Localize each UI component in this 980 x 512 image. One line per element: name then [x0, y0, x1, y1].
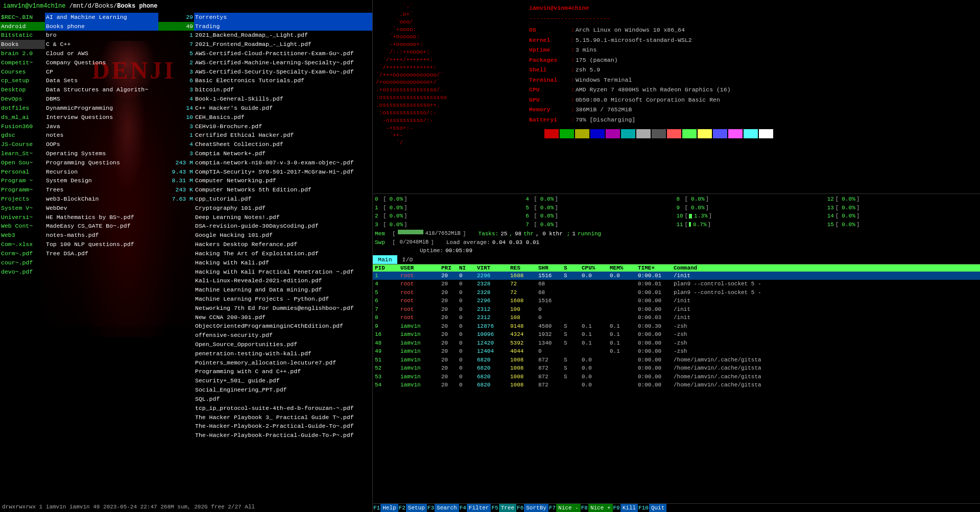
table-row: 8 root 20 0 2312 108 0 0:00.03 /init [373, 313, 980, 322]
virt-cell: 6820 [476, 381, 509, 389]
htop-table-header: PID USER PRI NI VIRT RES SHR S CPU% MEM%… [373, 264, 980, 272]
pri-cell: 20 [440, 288, 458, 297]
sysinfo-terminal-key: Terminal [529, 75, 570, 85]
cpu-cell: 0.0 [581, 373, 609, 381]
ascii-art: `-` .o+` `ooo/ `+oooo: `+oooooo: -+ooooo… [376, 3, 524, 190]
htop-fn-item[interactable]: F9Kill [613, 504, 638, 512]
shr-cell: 872 [537, 356, 563, 364]
cpu-number: 15 [827, 221, 834, 229]
tab-main[interactable]: Main [373, 255, 397, 264]
cpu-bars-grid: 0[0.0%]4[0.0%]8[0.0%]12[0.0%]1[0.0%]5[0.… [373, 194, 980, 230]
list-item: Hacking The Art of Exploitation.pdf [194, 249, 372, 258]
list-item: DynammicProgramming [45, 104, 158, 113]
dir-names-col: $REC~.BINAndroidBitstaticBooksbrain 2.0C… [0, 13, 45, 497]
mem-values: 418/7652MiB [425, 230, 461, 238]
cpu-percent: 0.0% [390, 212, 403, 221]
uptime-row: Uptime: 00:05:09 [373, 247, 980, 255]
cpu-bracket-open: [ [383, 204, 387, 212]
shr-cell: 872 [537, 364, 563, 373]
mem-cell: 0.1 [609, 330, 637, 339]
pri-cell: 20 [440, 313, 458, 322]
cpu-bracket-close: ] [856, 221, 860, 229]
table-row: 53 iamv1n 20 0 6820 1008 872 S 0.0 0:00.… [373, 373, 980, 381]
s-cell: S [563, 339, 581, 348]
sysinfo-terminal-row: Terminal : Windows Terminal [529, 75, 977, 85]
cpu-bar-row: 15[0.0%] [827, 221, 978, 229]
cpu-number: 6 [525, 212, 533, 221]
sysinfo-uptime-row: Uptime : 3 mins [529, 45, 977, 55]
cmd-cell: plan9 --control-socket 5 - [673, 280, 979, 288]
ni-cell: 0 [458, 322, 476, 331]
sysinfo-packages-sep: : [571, 55, 575, 65]
list-item: Kali-Linux-Revealed-2021-edition.pdf [194, 276, 372, 285]
res-cell: 100 [509, 305, 537, 314]
cmd-cell: -zsh [673, 330, 979, 339]
htop-process-table: PID USER PRI NI VIRT RES SHR S CPU% MEM%… [373, 264, 980, 504]
sysinfo-gpu-row: GPU : 0b50:00.0 Microsoft Corporation Ba… [529, 95, 977, 105]
pid-cell: 16 [374, 330, 399, 339]
htop-fn-item[interactable]: F3Search [427, 504, 459, 512]
htop-fn-item[interactable]: F8Nice + [581, 504, 613, 512]
htop-fn-item[interactable]: F6SortBy [516, 504, 548, 512]
sysinfo-battery-sep: : [571, 115, 575, 125]
user-cell: root [399, 288, 440, 297]
color-swatch [759, 129, 773, 138]
virt-cell: 6820 [476, 364, 509, 373]
running-suffix: running [578, 230, 601, 238]
list-item: DBMS [45, 94, 158, 104]
htop-fn-item[interactable]: F7Nice - [548, 504, 581, 512]
cpu-bracket-open: [ [383, 221, 387, 229]
thead-pid: PID [374, 264, 399, 272]
cpu-number: 10 [677, 212, 684, 221]
res-cell: 4044 [509, 347, 537, 356]
cpu-percent: 0.0% [842, 195, 855, 204]
list-item: AWS-Certified-Cloud-Practitioner-Exam-Gu… [194, 49, 372, 58]
virt-cell: 6820 [476, 356, 509, 364]
thead-cpu: CPU% [581, 264, 609, 272]
swp-row: Swp [ 0/2048MiB ] Load average: 0.04 0.0… [373, 238, 980, 247]
user-cell: iamv1n [399, 339, 440, 348]
list-item: Comptia Network+.pdf [194, 149, 372, 158]
user-cell: root [399, 280, 440, 288]
res-cell: 72 [509, 280, 537, 288]
ni-cell: 0 [458, 313, 476, 322]
pri-cell: 20 [440, 322, 458, 331]
shr-cell: 68 [537, 288, 563, 297]
sysinfo-battery-key: Battery1 [529, 115, 570, 125]
list-item: Interview Questions [45, 113, 158, 122]
cpu-bracket-close: ] [404, 212, 408, 221]
mem-cell [609, 356, 637, 364]
cpu-bracket-close: ] [709, 212, 712, 221]
time-cell: 0:00.01 [637, 280, 673, 288]
list-item: 1 [158, 31, 194, 40]
list-item: CEH_Basics.pdf [194, 113, 372, 122]
htop-fn-item[interactable]: F2Setup [398, 504, 427, 512]
list-item: JS-Course [0, 140, 45, 149]
cpu-bracket-open: [ [835, 212, 839, 221]
swp-bracket-open: [ [392, 238, 396, 247]
color-swatch [652, 129, 666, 138]
htop-fn-item[interactable]: F10Quit [638, 504, 666, 512]
htop-fn-item[interactable]: F5Tree [491, 504, 516, 512]
mem-cell: 0.1 [609, 347, 637, 356]
mem-cell [609, 305, 637, 314]
cpu-cell: 0.1 [581, 330, 609, 339]
sysinfo-gpu-val: 0b50:00.0 Microsoft Corporation Basic Re… [576, 95, 720, 105]
htop-fn-item[interactable]: F1Help [373, 504, 398, 512]
thead-mem: MEM% [609, 264, 637, 272]
thead-res: RES [509, 264, 537, 272]
pid-cell: 49 [374, 347, 399, 356]
tab-io[interactable]: I/O [397, 255, 418, 264]
pid-cell: 5 [374, 288, 399, 297]
sysinfo-kernel-row: Kernel : 5.15.90.1-microsoft-standard-WS… [529, 35, 977, 45]
mem-row: Mem [ 418/7652MiB ] Tasks: 25 , 98 thr ,… [373, 230, 980, 238]
list-item: Certified Ethical Hacker.pdf [194, 131, 372, 140]
fn-number: F7 [548, 504, 556, 512]
cpu-percent: 0.0% [540, 195, 554, 204]
cpu-cell: 0.0 [581, 356, 609, 364]
htop-fn-item[interactable]: F4Filter [459, 504, 491, 512]
right-panel: `-` .o+` `ooo/ `+oooo: `+oooooo: -+ooooo… [373, 0, 980, 512]
task-label: Tasks: [479, 230, 499, 238]
cpu-number: 12 [827, 195, 834, 204]
cpu-bar-row: 10[1.3%] [677, 212, 827, 221]
